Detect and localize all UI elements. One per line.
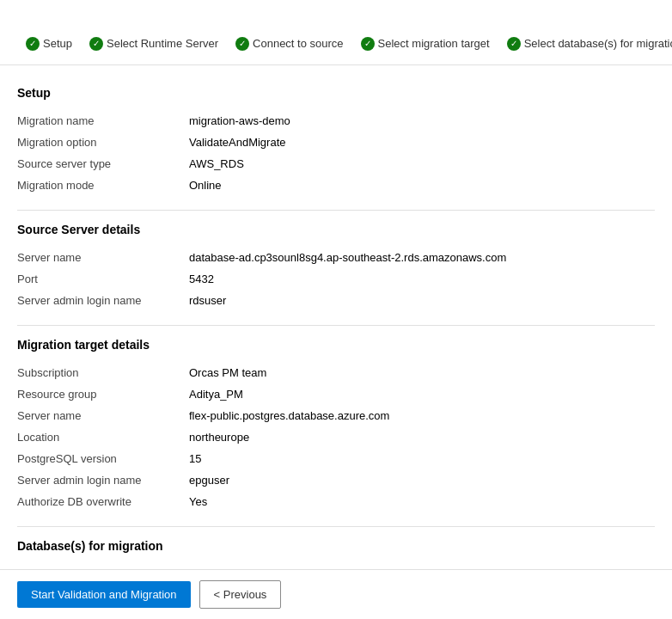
- source-server-table: Server namedatabase-ad.cp3sounl8sg4.ap-s…: [17, 247, 655, 311]
- field-label: Server admin login name: [17, 469, 189, 491]
- field-value: 15: [189, 448, 655, 469]
- table-row: Server namedatabase-ad.cp3sounl8sg4.ap-s…: [17, 247, 655, 268]
- header: [0, 0, 672, 22]
- table-row: PostgreSQL version15: [17, 448, 655, 469]
- field-label: Subscription: [17, 362, 189, 383]
- table-row: Migration modeOnline: [17, 175, 655, 196]
- wizard-step-label-connect-to-source: Connect to source: [253, 37, 344, 50]
- migration-target-section-title: Migration target details: [17, 338, 655, 352]
- table-row: Server admin login nameepguser: [17, 469, 655, 491]
- field-label: Source server type: [17, 153, 189, 175]
- table-row: Server nameflex-public.postgres.database…: [17, 405, 655, 426]
- field-value: Orcas PM team: [189, 362, 655, 383]
- start-validation-button[interactable]: Start Validation and Migration: [17, 581, 191, 608]
- page-container: ✓Setup✓Select Runtime Server✓Connect to …: [0, 0, 672, 619]
- check-icon-connect-to-source: ✓: [235, 37, 249, 51]
- field-value: ValidateAndMigrate: [189, 132, 655, 153]
- field-value: northeurope: [189, 426, 655, 448]
- table-row: Migration namemigration-aws-demo: [17, 110, 655, 132]
- field-label: Server admin login name: [17, 290, 189, 311]
- field-label: Selected databases to migrate: [17, 563, 189, 569]
- source-server-section: Source Server details Server namedatabas…: [17, 223, 655, 326]
- wizard-step-label-select-runtime-server: Select Runtime Server: [107, 37, 218, 50]
- table-row: SubscriptionOrcas PM team: [17, 362, 655, 383]
- field-label: Server name: [17, 247, 189, 268]
- field-value: Aditya_PM: [189, 383, 655, 405]
- wizard-step-select-databases[interactable]: ✓Select database(s) for migration: [498, 32, 672, 56]
- field-value: 5432: [189, 268, 655, 290]
- table-row: Server admin login namerdsuser: [17, 290, 655, 311]
- wizard-step-label-setup: Setup: [43, 37, 72, 50]
- field-label: Port: [17, 268, 189, 290]
- check-icon-select-databases: ✓: [507, 37, 521, 51]
- check-icon-setup: ✓: [26, 37, 40, 51]
- table-row: Locationnortheurope: [17, 426, 655, 448]
- check-icon-select-runtime-server: ✓: [89, 37, 103, 51]
- field-value: list_tables_100, list_tables_150, list_t…: [189, 563, 655, 569]
- field-label: Migration mode: [17, 175, 189, 196]
- field-value: database-ad.cp3sounl8sg4.ap-southeast-2.…: [189, 247, 655, 268]
- field-value: Yes: [189, 491, 655, 512]
- field-value: flex-public.postgres.database.azure.com: [189, 405, 655, 426]
- divider-3: [17, 526, 655, 527]
- field-label: Server name: [17, 405, 189, 426]
- table-row: Port5432: [17, 268, 655, 290]
- wizard-step-label-select-migration-target: Select migration target: [378, 37, 490, 50]
- field-label: Resource group: [17, 383, 189, 405]
- wizard-step-connect-to-source[interactable]: ✓Connect to source: [227, 32, 352, 56]
- field-label: Location: [17, 426, 189, 448]
- migration-target-section: Migration target details SubscriptionOrc…: [17, 338, 655, 527]
- setup-section: Setup Migration namemigration-aws-demoMi…: [17, 86, 655, 211]
- table-row: Selected databases to migratelist_tables…: [17, 563, 655, 569]
- databases-section-title: Database(s) for migration: [17, 539, 655, 553]
- wizard-step-select-migration-target[interactable]: ✓Select migration target: [352, 32, 498, 56]
- field-label: PostgreSQL version: [17, 448, 189, 469]
- check-icon-select-migration-target: ✓: [361, 37, 375, 51]
- table-row: Migration optionValidateAndMigrate: [17, 132, 655, 153]
- setup-table: Migration namemigration-aws-demoMigratio…: [17, 110, 655, 196]
- field-value: AWS_RDS: [189, 153, 655, 175]
- setup-section-title: Setup: [17, 86, 655, 100]
- field-value: epguser: [189, 469, 655, 491]
- field-value: migration-aws-demo: [189, 110, 655, 132]
- wizard-step-select-runtime-server[interactable]: ✓Select Runtime Server: [81, 32, 227, 56]
- footer: Start Validation and Migration < Previou…: [0, 569, 672, 619]
- field-value: rdsuser: [189, 290, 655, 311]
- wizard-step-label-select-databases: Select database(s) for migration: [524, 37, 672, 50]
- divider-1: [17, 210, 655, 211]
- field-value: Online: [189, 175, 655, 196]
- field-label: Migration name: [17, 110, 189, 132]
- divider-2: [17, 325, 655, 326]
- migration-target-table: SubscriptionOrcas PM teamResource groupA…: [17, 362, 655, 512]
- source-server-section-title: Source Server details: [17, 223, 655, 236]
- table-row: Authorize DB overwriteYes: [17, 491, 655, 512]
- wizard-steps: ✓Setup✓Select Runtime Server✓Connect to …: [0, 22, 672, 65]
- field-label: Migration option: [17, 132, 189, 153]
- field-label: Authorize DB overwrite: [17, 491, 189, 512]
- databases-section: Database(s) for migration Selected datab…: [17, 539, 655, 569]
- wizard-step-setup[interactable]: ✓Setup: [17, 32, 81, 56]
- databases-table: Selected databases to migratelist_tables…: [17, 563, 655, 569]
- previous-button[interactable]: < Previous: [199, 580, 282, 609]
- table-row: Source server typeAWS_RDS: [17, 153, 655, 175]
- table-row: Resource groupAditya_PM: [17, 383, 655, 405]
- content-area: Setup Migration namemigration-aws-demoMi…: [0, 65, 672, 569]
